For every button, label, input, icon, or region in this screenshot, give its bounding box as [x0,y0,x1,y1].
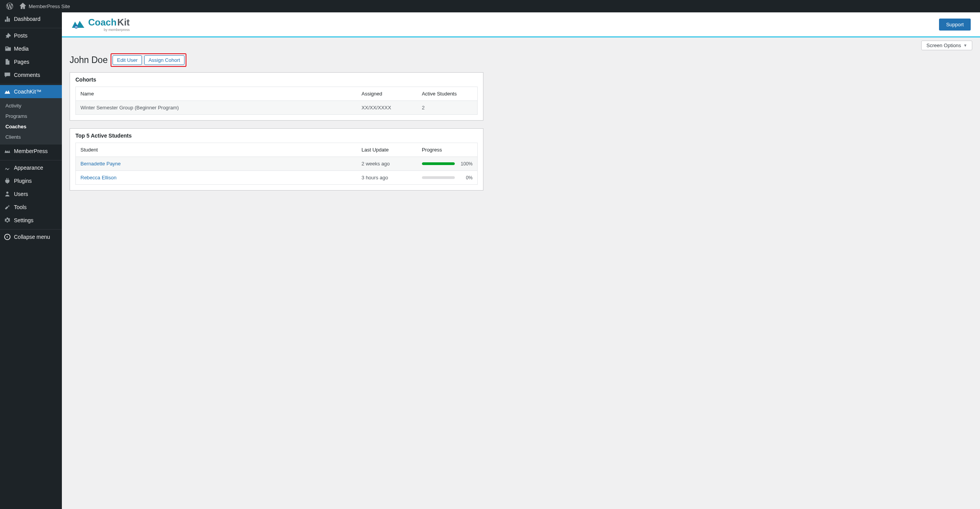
main-content: m CoachKit by memberpress Support Screen… [62,12,980,509]
progress-cell: 0% [417,171,478,185]
dashboard-icon [4,15,11,22]
menu-plugins[interactable]: Plugins [0,174,62,187]
submenu-clients[interactable]: Clients [0,132,62,142]
progress-cell: 100% [417,157,478,171]
wordpress-icon [6,3,13,10]
progress-fill [422,162,455,165]
coachkit-icon [4,88,11,95]
collapse-icon [4,233,11,240]
memberpress-icon [4,148,11,155]
cohorts-title: Cohorts [70,73,483,87]
cohort-name: Winter Semester Group (Beginner Program) [76,101,357,115]
menu-comments[interactable]: Comments [0,68,62,82]
menu-coachkit[interactable]: CoachKit™ [0,85,62,98]
menu-pages[interactable]: Pages [0,55,62,68]
menu-memberpress[interactable]: MemberPress [0,145,62,158]
edit-user-button[interactable]: Edit User [113,55,142,65]
logo-subtitle: by memberpress [104,28,130,32]
students-panel: Top 5 Active Students Student Last Updat… [70,128,483,191]
progress-text: 100% [459,161,473,167]
wp-logo[interactable] [3,3,16,10]
col-assigned: Assigned [357,87,417,101]
progress-bar [422,162,455,165]
menu-settings[interactable]: Settings [0,214,62,227]
coachkit-logo: m CoachKit by memberpress [71,17,130,32]
svg-text:m: m [75,26,77,28]
submenu-coaches[interactable]: Coaches [0,121,62,132]
appearance-icon [4,164,11,171]
cohort-active: 2 [417,101,478,115]
users-icon [4,191,11,197]
submenu-programs[interactable]: Programs [0,111,62,121]
pages-icon [4,58,11,65]
plugins-icon [4,177,11,184]
assign-cohort-button[interactable]: Assign Cohort [144,55,184,65]
pushpin-icon [4,32,11,39]
menu-dashboard[interactable]: Dashboard [0,12,62,26]
submenu-activity[interactable]: Activity [0,100,62,111]
progress-bar [422,176,455,179]
table-row: Rebecca Ellison 3 hours ago 0% [76,171,478,185]
submenu-coachkit: Activity Programs Coaches Clients [0,98,62,145]
col-student: Student [76,143,357,157]
highlight-annotation: Edit User Assign Cohort [111,53,186,67]
menu-users[interactable]: Users [0,187,62,201]
support-button[interactable]: Support [939,19,971,31]
site-name: MemberPress Site [29,3,70,9]
table-header-row: Name Assigned Active Students [76,87,478,101]
home-icon [19,3,26,10]
admin-bar: MemberPress Site [0,0,980,12]
menu-appearance[interactable]: Appearance [0,161,62,174]
screen-options-toggle[interactable]: Screen Options [921,41,972,50]
student-link[interactable]: Rebecca Ellison [80,175,116,180]
table-header-row: Student Last Update Progress [76,143,478,157]
last-update: 2 weeks ago [357,157,417,171]
admin-sidebar: Dashboard Posts Media Pages Comments Coa… [0,12,62,509]
table-row: Bernadette Payne 2 weeks ago 100% [76,157,478,171]
students-title: Top 5 Active Students [70,129,483,143]
tools-icon [4,204,11,211]
menu-collapse[interactable]: Collapse menu [0,230,62,243]
col-progress: Progress [417,143,478,157]
cohorts-table: Name Assigned Active Students Winter Sem… [75,87,478,115]
logo-icon: m [71,19,85,29]
col-name: Name [76,87,357,101]
cohorts-panel: Cohorts Name Assigned Active Students Wi… [70,72,483,121]
progress-text: 0% [459,175,473,180]
cohort-assigned: XX/XX/XXXX [357,101,417,115]
comments-icon [4,71,11,78]
student-link[interactable]: Bernadette Payne [80,161,121,167]
students-table: Student Last Update Progress Bernadette … [75,143,478,185]
menu-tools[interactable]: Tools [0,201,62,214]
col-last-update: Last Update [357,143,417,157]
col-active: Active Students [417,87,478,101]
menu-posts[interactable]: Posts [0,29,62,42]
menu-media[interactable]: Media [0,42,62,55]
app-header: m CoachKit by memberpress Support [62,12,980,37]
page-title: John Doe [70,55,108,65]
table-row: Winter Semester Group (Beginner Program)… [76,101,478,115]
settings-icon [4,217,11,224]
site-home-link[interactable]: MemberPress Site [16,3,73,10]
media-icon [4,45,11,52]
last-update: 3 hours ago [357,171,417,185]
